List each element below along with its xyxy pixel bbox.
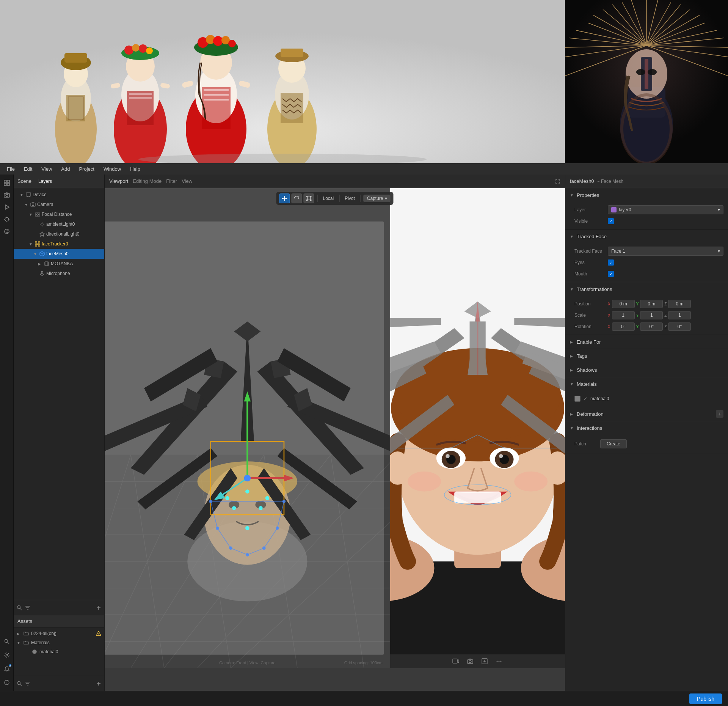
rotation-z-field[interactable]: 0°: [668, 322, 691, 331]
mouth-checkbox[interactable]: ✓: [608, 271, 614, 277]
face-icon[interactable]: [2, 226, 12, 237]
tree-item-microphone[interactable]: ▶ Microphone: [14, 269, 104, 278]
preview-camera-icon[interactable]: [467, 658, 474, 665]
svg-point-30: [228, 40, 236, 47]
preview-video-icon[interactable]: [452, 658, 459, 665]
tree-item-focal[interactable]: ▼ Focal Distance: [14, 209, 104, 219]
menu-project[interactable]: Project: [75, 165, 98, 173]
camera-view-icon[interactable]: [2, 190, 12, 200]
rotation-y-field[interactable]: 0°: [640, 322, 663, 331]
svg-point-74: [636, 69, 645, 75]
tracked-face-title: Tracked Face: [577, 234, 607, 239]
viewport-expand-icon[interactable]: [555, 179, 560, 184]
svg-rect-78: [7, 180, 9, 182]
assets-filter-icon[interactable]: [25, 681, 30, 686]
menu-help[interactable]: Help: [126, 165, 144, 173]
scale-row: Scale X 1 Y 1 Z 1: [565, 310, 728, 321]
svg-rect-119: [45, 262, 49, 266]
deformation-add-btn[interactable]: +: [716, 410, 723, 418]
preview-dots-icon[interactable]: [496, 658, 502, 665]
materials-header[interactable]: ▼ Materials: [565, 377, 728, 391]
patch-row: Patch Create: [565, 437, 728, 451]
settings-bottom-icon[interactable]: [2, 650, 12, 660]
tree-item-facetracker[interactable]: ▼ faceTracker0: [14, 239, 104, 249]
position-y-field[interactable]: 0 m: [640, 300, 663, 308]
section-deformation: ▶ Deformation +: [565, 407, 728, 421]
capture-dropdown[interactable]: Capture ▾: [364, 195, 391, 202]
tracked-face-content: Tracked Face Face 1 ▾ Eyes: [565, 243, 728, 282]
tab-editing-mode[interactable]: Editing Mode: [133, 178, 162, 184]
info-icon[interactable]: i: [2, 677, 12, 688]
svg-line-93: [7, 642, 9, 644]
assets-add-icon[interactable]: [96, 681, 101, 686]
visible-checkbox[interactable]: ✓: [608, 218, 614, 224]
tab-view[interactable]: View: [182, 178, 192, 184]
menu-window[interactable]: Window: [100, 165, 125, 173]
properties-section-header[interactable]: ▼ Properties: [565, 188, 728, 202]
shadows-header[interactable]: ▶ Shadows: [565, 363, 728, 377]
scale-y-axis: Y: [636, 313, 639, 318]
tab-filter[interactable]: Filter: [166, 178, 177, 184]
layer-dropdown[interactable]: layer0 ▾: [608, 205, 723, 214]
publish-button[interactable]: Publish: [689, 693, 722, 704]
rotation-x-field[interactable]: 0°: [612, 322, 635, 331]
assets-header: Assets: [14, 615, 104, 627]
tags-header[interactable]: ▶ Tags: [565, 349, 728, 363]
local-label[interactable]: Local: [320, 196, 336, 201]
rotate-tool-btn[interactable]: [291, 193, 302, 203]
scene-search-icon[interactable]: [17, 605, 22, 610]
tracked-face-section-header[interactable]: ▼ Tracked Face: [565, 230, 728, 243]
menu-file[interactable]: File: [3, 165, 19, 173]
menu-add[interactable]: Add: [57, 165, 74, 173]
play-icon[interactable]: [2, 202, 12, 212]
tree-item-facemesh[interactable]: ▼ faceMesh0: [14, 249, 104, 259]
scale-x-field[interactable]: 1: [612, 311, 635, 319]
assets-search-icon[interactable]: [17, 681, 22, 686]
scale-y-field[interactable]: 1: [640, 311, 663, 319]
svg-rect-112: [35, 245, 37, 246]
transformations-header[interactable]: ▼ Transformations: [565, 282, 728, 296]
tree-item-camera[interactable]: ▼ Camera: [14, 200, 104, 209]
tree-item-motanka[interactable]: ▶ MOTANKA: [14, 259, 104, 269]
scene-filter-icon[interactable]: [25, 605, 30, 610]
svg-point-114: [37, 243, 38, 245]
tab-viewport[interactable]: Viewport: [109, 178, 128, 184]
search-bottom-icon[interactable]: [2, 636, 12, 647]
material-check-icon: ✓: [584, 396, 587, 401]
asset-materials[interactable]: ▼ Materials: [14, 638, 104, 647]
menu-view[interactable]: View: [38, 165, 56, 173]
preview-screenshot-icon[interactable]: [481, 658, 488, 665]
asset-material0[interactable]: ▶ material0: [14, 647, 104, 656]
camera-tree-icon: [30, 202, 36, 207]
interactions-header[interactable]: ▼ Interactions: [565, 421, 728, 435]
rotation-z-axis: Z: [664, 325, 667, 329]
assets-content: ▶ 0224-all(obj) ! ▼ Materials ▶: [14, 627, 104, 676]
scene-add-icon[interactable]: [96, 605, 101, 610]
asset-obj[interactable]: ▶ 0224-all(obj) !: [14, 629, 104, 638]
svg-point-16: [146, 47, 153, 54]
tracked-face-dropdown[interactable]: Face 1 ▾: [608, 247, 723, 256]
deformation-header[interactable]: ▶ Deformation: [570, 411, 604, 417]
svg-line-137: [20, 684, 22, 686]
enable-for-header[interactable]: ▶ Enable For: [565, 335, 728, 349]
tree-item-ambient[interactable]: ▶ ambientLight0: [14, 219, 104, 229]
patch-create-btn[interactable]: Create: [600, 439, 627, 448]
grid-view-icon[interactable]: [2, 178, 12, 188]
tree-item-device[interactable]: ▼ Device: [14, 190, 104, 200]
material-item[interactable]: ✓ material0: [565, 393, 728, 404]
move-tool-btn[interactable]: [279, 193, 290, 203]
position-z-field[interactable]: 0 m: [668, 300, 691, 308]
eyes-checkbox[interactable]: ✓: [608, 259, 614, 266]
assets-toolbar: [14, 676, 104, 691]
layers-tab[interactable]: Layers: [36, 178, 54, 185]
notification-icon[interactable]: 2: [2, 664, 12, 674]
material-name: material0: [590, 396, 609, 401]
scale-tool-btn[interactable]: [303, 193, 314, 203]
menu-edit[interactable]: Edit: [20, 165, 36, 173]
ambient-label: ambientLight0: [46, 222, 75, 227]
tree-item-directional[interactable]: ▶ directionalLight0: [14, 229, 104, 239]
scale-z-field[interactable]: 1: [668, 311, 691, 319]
effects-icon[interactable]: [2, 214, 12, 225]
pivot-label[interactable]: Pivot: [342, 196, 357, 201]
position-x-field[interactable]: 0 m: [612, 300, 635, 308]
